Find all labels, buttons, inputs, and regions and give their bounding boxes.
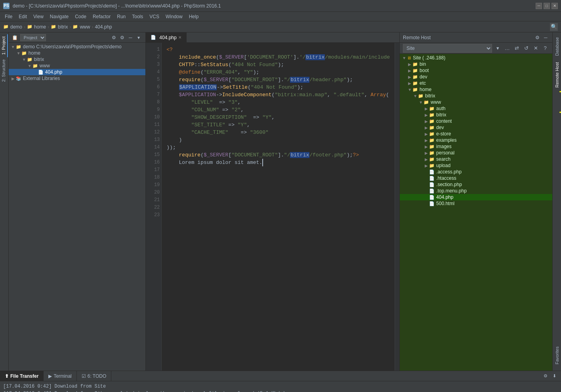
project-panel-title: 📋 Project — [12, 34, 46, 41]
menu-window[interactable]: Window — [162, 12, 186, 21]
breadcrumb-file[interactable]: 404.php — [95, 24, 112, 30]
rtree-icon-examples-r: 📁 — [429, 138, 435, 143]
tree-item-404php[interactable]: 📄 404.php — [9, 69, 146, 75]
menu-file[interactable]: File — [2, 12, 15, 21]
bottom-panel: ⬆ File Transfer ▶ Terminal ☑ 6: TODO ⚙ ⬇… — [0, 371, 561, 392]
panel-gear-button[interactable]: ⚙ — [118, 34, 126, 41]
menu-run[interactable]: Run — [114, 12, 129, 21]
bottom-tab-todo[interactable]: ☑ 6: TODO — [77, 371, 112, 381]
tree-item-demo[interactable]: 📁 demo C:\Users\zavvla\PhpstormProjects\… — [9, 44, 146, 50]
rtree-item-home-r[interactable]: 📁 home — [400, 86, 552, 93]
tree-label-demo: demo C:\Users\zavvla\PhpstormProjects\de… — [23, 44, 122, 49]
rtree-item-images-r[interactable]: 📁 images — [400, 143, 552, 150]
code-editor[interactable]: 12345 678910 1112131415 1617181920 21222… — [146, 43, 399, 371]
rtree-item-site[interactable]: 🖥 Site ( .246.188) — [400, 55, 552, 61]
right-tab-favorites[interactable]: Favorites — [553, 343, 561, 367]
rtree-item-topmenu-r[interactable]: 📄 .top.menu.php — [400, 188, 552, 194]
left-tab-structure[interactable]: 2: Structure — [0, 57, 8, 84]
bottom-settings-button[interactable]: ⚙ — [542, 373, 549, 380]
menu-tools[interactable]: Tools — [129, 12, 146, 21]
rtree-item-bitrix-r[interactable]: 📁 bitrix — [400, 93, 552, 99]
tab-close-button[interactable]: ✕ — [178, 35, 181, 40]
rtree-label-www-r: www — [431, 99, 441, 105]
code-content[interactable]: <? include_once($_SERVER['DOCUMENT_ROOT'… — [162, 43, 395, 371]
menu-refactor[interactable]: Refactor — [90, 12, 114, 21]
remote-tree: 🖥 Site ( .246.188) 📁 bin 📁 boot 📁 dev — [400, 54, 552, 371]
rtree-item-estore-r[interactable]: 📁 e-store — [400, 131, 552, 137]
bottom-download-button[interactable]: ⬇ — [551, 373, 558, 380]
maximize-button[interactable]: □ — [544, 3, 550, 9]
remote-collapse-button[interactable]: ─ — [542, 34, 549, 41]
minimize-button[interactable]: ─ — [536, 3, 542, 9]
server-close-button[interactable]: ✕ — [532, 44, 540, 52]
rtree-item-etc[interactable]: 📁 etc — [400, 80, 552, 86]
rtree-item-dev-r[interactable]: 📁 dev — [400, 124, 552, 131]
rtree-item-access-r[interactable]: 📄 .access.php — [400, 169, 552, 175]
server-question-button[interactable]: ? — [541, 44, 549, 52]
rtree-icon-home-r: 📁 — [412, 87, 418, 92]
rtree-label-dev-r: dev — [436, 125, 444, 130]
rtree-item-search-r[interactable]: 📁 search — [400, 156, 552, 162]
app-icon: PS — [3, 3, 10, 9]
editor-tab-404php[interactable]: 📄 404.php ✕ — [146, 32, 186, 43]
rtree-item-content-r[interactable]: 📁 content — [400, 118, 552, 124]
menu-code[interactable]: Code — [72, 12, 90, 21]
tree-item-www[interactable]: 📁 www — [9, 63, 146, 69]
rtree-item-personal-r[interactable]: 📁 personal — [400, 150, 552, 156]
menu-view[interactable]: View — [30, 12, 47, 21]
breadcrumb-search-button[interactable]: 🔍 — [550, 23, 558, 31]
breadcrumb-home[interactable]: home — [34, 24, 46, 30]
rtree-item-examples-r[interactable]: 📁 examples — [400, 137, 552, 143]
project-dropdown[interactable]: Project — [20, 34, 46, 41]
server-sync-button[interactable]: ⇄ — [513, 44, 521, 52]
rtree-label-home-r: home — [420, 87, 431, 92]
left-tab-project[interactable]: 1: Project — [0, 34, 8, 57]
code-line-15: "SET_TITLE" => "Y", — [166, 121, 390, 129]
rtree-arrow-www-r — [418, 100, 424, 105]
bottom-tab-terminal[interactable]: ▶ Terminal — [44, 371, 76, 381]
server-refresh-button[interactable]: ↺ — [522, 44, 530, 52]
breadcrumb-bitrix[interactable]: bitrix — [58, 24, 68, 30]
line-numbers: 12345 678910 1112131415 1617181920 21222… — [146, 43, 162, 371]
menu-help[interactable]: Help — [186, 12, 202, 21]
tree-item-home[interactable]: 📁 home — [9, 50, 146, 56]
rtree-label-bin: bin — [420, 61, 426, 67]
menu-edit[interactable]: Edit — [15, 12, 30, 21]
rtree-item-bitrix-r2[interactable]: 📁 bitrix — [400, 112, 552, 118]
php-file-icon: 📄 — [38, 70, 44, 75]
server-dots-button[interactable]: … — [503, 44, 511, 52]
rtree-item-auth-r[interactable]: 📁 auth — [400, 105, 552, 112]
window-controls[interactable]: ─ □ ✕ — [536, 3, 558, 9]
rtree-item-bin[interactable]: 📁 bin — [400, 61, 552, 67]
rtree-item-dev[interactable]: 📁 dev — [400, 74, 552, 80]
rtree-icon-htaccess-r: 📄 — [429, 176, 435, 181]
panel-collapse-button[interactable]: ─ — [127, 34, 134, 41]
panel-settings-button[interactable]: ▾ — [135, 34, 142, 41]
remote-settings-button[interactable]: ⚙ — [534, 34, 541, 41]
server-expand-button[interactable]: ▾ — [494, 44, 502, 52]
rtree-item-htaccess-r[interactable]: 📄 .htaccess — [400, 175, 552, 181]
panel-sync-button[interactable]: ⚙ — [110, 34, 117, 41]
breadcrumb-demo[interactable]: demo — [10, 24, 22, 30]
rtree-item-www-r[interactable]: 📁 www — [400, 99, 552, 105]
rtree-item-section-r[interactable]: 📄 .section.php — [400, 181, 552, 188]
tree-item-external[interactable]: 📚 External Libraries — [9, 75, 146, 82]
external-icon: 📚 — [16, 76, 21, 81]
rtree-item-500-r[interactable]: 📄 500.html — [400, 200, 552, 207]
right-tab-remote[interactable]: Remote Host — [553, 59, 561, 91]
code-line-1: <? — [166, 46, 390, 53]
rtree-item-boot[interactable]: 📁 boot — [400, 67, 552, 74]
bottom-tab-filetransfer[interactable]: ⬆ File Transfer — [0, 371, 44, 381]
server-select[interactable]: Site — [403, 44, 492, 53]
rtree-item-404-r[interactable]: 📄 404.php — [400, 194, 552, 200]
right-tab-database[interactable]: Database — [553, 34, 561, 59]
menu-vcs[interactable]: VCS — [146, 12, 162, 21]
close-button[interactable]: ✕ — [551, 3, 558, 9]
rtree-item-upload-r[interactable]: 📁 upload — [400, 162, 552, 169]
tree-item-bitrix[interactable]: 📁 bitrix — [9, 56, 146, 63]
rtree-arrow-bin — [407, 62, 412, 67]
rtree-label-upload-r: upload — [436, 163, 450, 168]
rtree-label-access-r: .access.php — [436, 169, 462, 175]
breadcrumb-www[interactable]: www — [80, 24, 90, 30]
menu-navigate[interactable]: Navigate — [47, 12, 72, 21]
